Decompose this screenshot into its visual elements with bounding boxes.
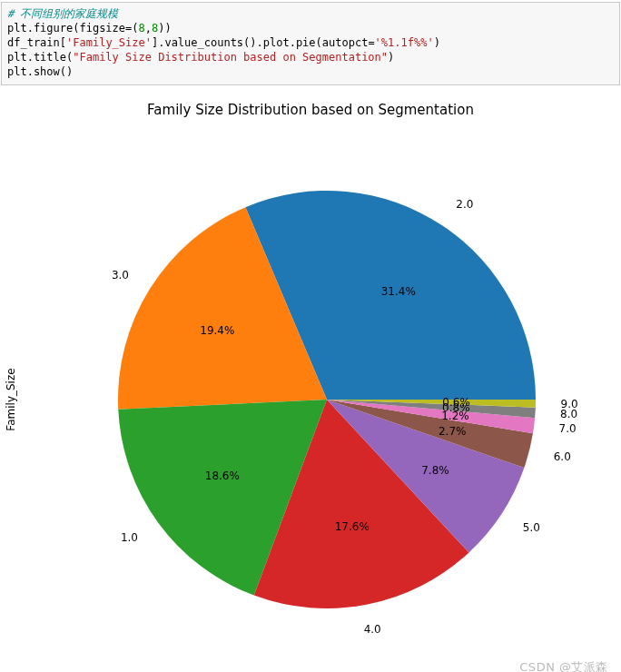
slice-label: 1.0 xyxy=(121,531,138,544)
code-string: 'Family_Size' xyxy=(66,36,152,49)
slice-label: 9.0 xyxy=(561,398,578,410)
watermark: CSDN @艾派森 xyxy=(519,659,608,672)
code-text: plt.show() xyxy=(7,65,73,78)
pct-label: 18.6% xyxy=(205,469,240,482)
code-text: , xyxy=(145,22,152,35)
pct-label: 2.7% xyxy=(439,425,467,438)
pct-label: 17.6% xyxy=(335,520,370,533)
code-text: plt.title( xyxy=(7,51,73,64)
slice-label: 3.0 xyxy=(112,269,129,282)
code-string: '%1.1f%%' xyxy=(375,36,434,49)
chart-title: Family Size Distribution based on Segmen… xyxy=(0,102,621,118)
code-text: ].value_counts().plot.pie(autopct xyxy=(152,36,368,49)
code-text: plt.figure(figsize xyxy=(7,22,125,35)
slice-label: 2.0 xyxy=(456,198,473,211)
pct-label: 19.4% xyxy=(200,324,234,337)
code-comment: # 不同组别的家庭规模 xyxy=(7,7,118,20)
pct-label: 0.6% xyxy=(442,396,470,409)
code-cell: # 不同组别的家庭规模 plt.figure(figsize=(8,8)) df… xyxy=(1,2,620,85)
code-string: "Family Size Distribution based on Segme… xyxy=(73,51,388,64)
slice-label: 7.0 xyxy=(559,422,577,435)
code-text: ) xyxy=(434,36,440,49)
code-text: = xyxy=(368,36,374,49)
pie-chart: 2.031.4%3.019.4%1.018.6%4.017.6%5.07.8%6… xyxy=(0,118,621,672)
code-text: )) xyxy=(158,22,171,35)
code-text: =( xyxy=(125,22,138,35)
code-number: 8 xyxy=(139,22,145,35)
pct-label: 7.8% xyxy=(421,464,449,477)
pct-label: 31.4% xyxy=(381,285,416,298)
slice-label: 6.0 xyxy=(554,450,571,463)
slice-label: 5.0 xyxy=(523,521,540,534)
code-text: ) xyxy=(388,51,394,64)
code-text: df_train[ xyxy=(7,36,66,49)
slice-label: 4.0 xyxy=(364,623,381,636)
chart-area: Family_Size 2.031.4%3.019.4%1.018.6%4.01… xyxy=(0,118,621,672)
